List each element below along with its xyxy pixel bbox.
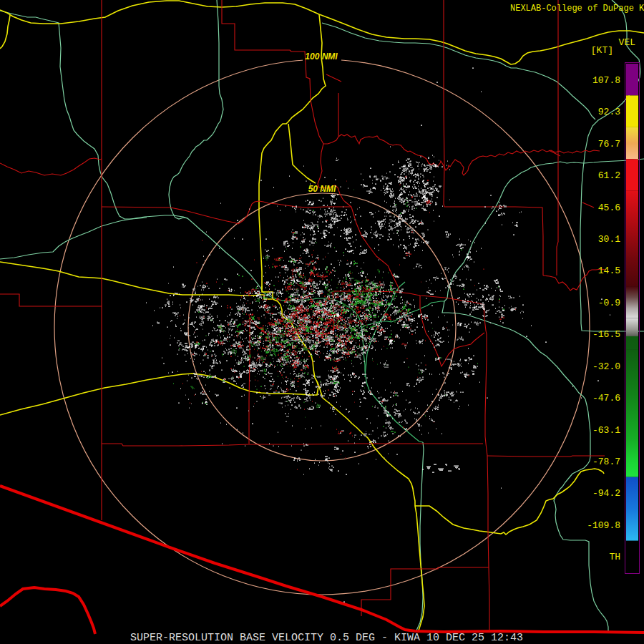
svg-text:VEL: VEL	[619, 37, 635, 48]
svg-text:-47.6: -47.6	[592, 393, 620, 404]
svg-text:107.8: 107.8	[592, 75, 620, 86]
svg-text:76.7: 76.7	[598, 139, 620, 150]
svg-text:SUPER-RESOLUTION BASE VELOCITY: SUPER-RESOLUTION BASE VELOCITY 0.5 DEG -…	[130, 632, 523, 644]
svg-text:50 NMI: 50 NMI	[308, 184, 336, 194]
svg-text:-0.9: -0.9	[598, 298, 620, 308]
svg-text:100 NMI: 100 NMI	[305, 52, 338, 62]
svg-text:-94.2: -94.2	[592, 488, 620, 499]
svg-text:45.6: 45.6	[598, 203, 620, 213]
svg-text:NEXLAB-College of DuPage KIWA: NEXLAB-College of DuPage KIWA	[510, 4, 644, 14]
svg-text:TH: TH	[609, 552, 620, 562]
svg-text:-32.0: -32.0	[592, 361, 620, 372]
svg-text:-16.5: -16.5	[592, 329, 620, 340]
svg-text:-109.8: -109.8	[587, 520, 620, 531]
svg-text:14.5: 14.5	[598, 265, 620, 276]
svg-text:[KT]: [KT]	[591, 45, 613, 56]
svg-text:-78.7: -78.7	[592, 457, 620, 467]
svg-text:-63.1: -63.1	[592, 425, 620, 436]
svg-text:61.2: 61.2	[598, 170, 620, 181]
svg-text:30.1: 30.1	[598, 234, 620, 245]
svg-text:92.3: 92.3	[598, 107, 620, 117]
